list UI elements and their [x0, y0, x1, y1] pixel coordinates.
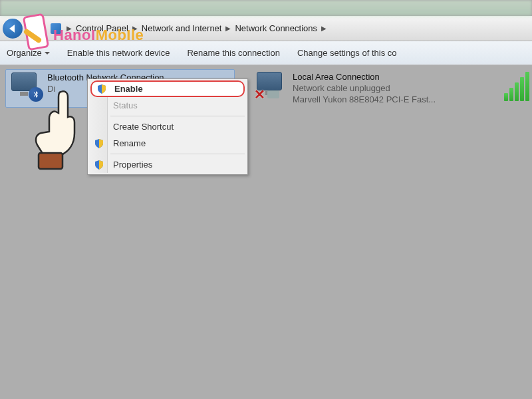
- chevron-right-icon[interactable]: ▶: [66, 25, 72, 32]
- uac-shield-icon: [96, 84, 107, 94]
- signal-strength-icon: [504, 69, 532, 101]
- menu-separator: [110, 154, 245, 154]
- lan-connection-icon: ✕: [254, 72, 289, 104]
- menu-properties-label: Properties: [113, 160, 152, 170]
- menu-separator: [110, 116, 245, 116]
- menu-rename-label: Rename: [113, 138, 146, 148]
- breadcrumb-network-connections[interactable]: Network Connections: [235, 23, 317, 33]
- menu-rename[interactable]: Rename: [89, 135, 246, 152]
- connection-status: Network cable unplugged: [293, 83, 436, 94]
- enable-device-button[interactable]: Enable this network device: [67, 48, 170, 58]
- chevron-right-icon[interactable]: ▶: [132, 25, 138, 32]
- menu-status: Status: [89, 97, 246, 114]
- bluetooth-icon: [29, 87, 43, 102]
- rename-connection-button[interactable]: Rename this connection: [187, 48, 279, 58]
- chevron-right-icon[interactable]: ▶: [321, 25, 327, 32]
- change-settings-label: Change settings of this co: [297, 48, 397, 58]
- ethernet-plug-icon: [267, 90, 279, 98]
- menu-create-shortcut-label: Create Shortcut: [113, 122, 174, 132]
- command-toolbar: Organize Enable this network device Rena…: [0, 41, 532, 65]
- organize-menu[interactable]: Organize: [7, 48, 50, 58]
- menu-properties[interactable]: Properties: [89, 156, 246, 173]
- organize-label: Organize: [7, 48, 42, 58]
- rename-connection-label: Rename this connection: [187, 48, 279, 58]
- menu-create-shortcut[interactable]: Create Shortcut: [89, 118, 246, 135]
- menu-enable-label: Enable: [114, 84, 143, 94]
- back-button[interactable]: [3, 19, 23, 39]
- chevron-right-icon[interactable]: ▶: [225, 25, 231, 32]
- connection-item-lan[interactable]: ✕ Local Area Connection Network cable un…: [251, 69, 531, 108]
- context-menu: Enable Status Create Shortcut Rename Pro…: [87, 78, 248, 175]
- uac-shield-icon: [94, 138, 104, 149]
- navigation-bar: ▶ Control Panel ▶ Network and Internet ▶…: [0, 16, 532, 41]
- uac-shield-icon: [94, 160, 104, 170]
- forward-button: [27, 20, 44, 37]
- connection-details: Local Area Connection Network cable unpl…: [293, 72, 436, 106]
- connection-device: Marvell Yukon 88E8042 PCI-E Fast...: [293, 94, 436, 106]
- enable-device-label: Enable this network device: [67, 48, 170, 58]
- connection-name: Local Area Connection: [293, 72, 436, 83]
- breadcrumb-network-internet[interactable]: Network and Internet: [142, 23, 222, 33]
- menu-enable[interactable]: Enable: [90, 80, 245, 97]
- bluetooth-connection-icon: [9, 72, 43, 104]
- menu-status-label: Status: [113, 100, 138, 110]
- change-settings-button[interactable]: Change settings of this co: [297, 48, 397, 58]
- chevron-down-icon: [45, 52, 50, 55]
- breadcrumb-control-panel[interactable]: Control Panel: [76, 23, 128, 33]
- content-area: Bluetooth Network Connection Di ✕ Local …: [0, 65, 532, 399]
- window-titlebar: [0, 0, 532, 16]
- breadcrumb: ▶ Control Panel ▶ Network and Internet ▶…: [51, 23, 328, 34]
- error-x-icon: ✕: [254, 86, 267, 100]
- location-icon: [51, 23, 61, 34]
